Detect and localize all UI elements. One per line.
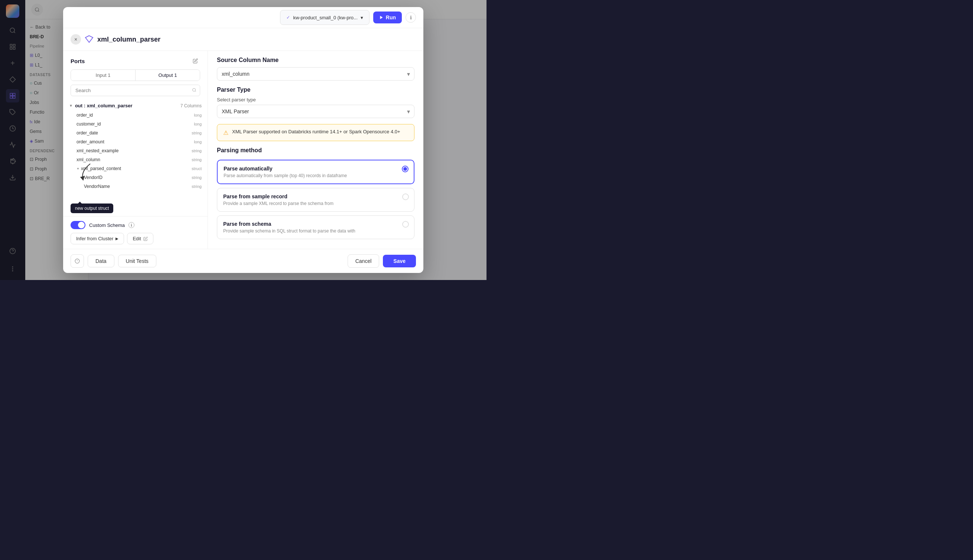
cancel-button[interactable]: Cancel: [348, 254, 380, 268]
warning-icon: ⚠: [223, 129, 228, 136]
run-button[interactable]: Run: [373, 12, 402, 23]
edit-pencil-icon: [143, 237, 148, 241]
modal: ✓ kw-product_small_0 (kw-pro... ▾ Run ℹ …: [63, 7, 423, 273]
close-button[interactable]: ×: [70, 34, 81, 45]
warning-box: ⚠ XML Parser supported on Databricks run…: [217, 124, 415, 141]
port-panel: Ports Input 1 Output 1: [63, 51, 208, 249]
schema-section: Custom Schema ℹ Infer from Cluster ▶ Edi…: [63, 216, 208, 249]
custom-schema-label: Custom Schema: [89, 222, 125, 228]
cluster-selector[interactable]: ✓ kw-product_small_0 (kw-pro... ▾: [280, 10, 369, 25]
config-panel: Source Column Name xml_column ▾ Parser T…: [208, 51, 423, 249]
unit-tests-button[interactable]: Unit Tests: [118, 255, 157, 267]
parse-schema-title: Parse from schema: [223, 221, 408, 227]
parse-auto-radio: [402, 166, 408, 172]
parser-type-wrapper: XML Parser ▾: [217, 105, 415, 118]
source-column-select[interactable]: xml_column: [217, 67, 415, 81]
edit-ports-button[interactable]: [190, 56, 200, 66]
parse-schema-radio: [402, 221, 409, 228]
port-tabs: Input 1 Output 1: [70, 70, 200, 81]
tree-row: order_amount long: [66, 137, 205, 146]
infer-play-icon: ▶: [115, 237, 118, 241]
parse-sample-title: Parse from sample record: [223, 193, 408, 199]
cluster-check-icon: ✓: [287, 15, 290, 20]
parsing-method-title: Parsing method: [217, 147, 415, 154]
infer-from-cluster-button[interactable]: Infer from Cluster ▶: [70, 233, 124, 244]
schema-buttons: Infer from Cluster ▶ Edit: [70, 233, 200, 244]
tab-input[interactable]: Input 1: [71, 70, 135, 81]
info-circle-icon: [75, 258, 80, 264]
tree-group-count: 7 Columns: [180, 103, 202, 108]
toggle-knob: [78, 222, 85, 228]
tree-row: order_date string: [66, 128, 205, 137]
tree-sub-row: VendorName string: [66, 182, 205, 191]
svg-point-20: [193, 88, 196, 92]
ports-label: Ports: [70, 58, 85, 64]
gem-icon: [85, 35, 93, 44]
tree-group-name: out : xml_column_parser: [75, 103, 178, 108]
cluster-name: kw-product_small_0 (kw-pro...: [293, 15, 357, 20]
ports-header: Ports: [63, 51, 208, 70]
schema-toggle-row: Custom Schema ℹ: [70, 221, 200, 229]
run-label: Run: [386, 15, 396, 20]
save-button[interactable]: Save: [383, 255, 416, 267]
search-icon: [192, 88, 197, 93]
parse-auto-desc: Parse automatically from sample (top 40)…: [223, 173, 408, 178]
tree-group-header[interactable]: ▼ out : xml_column_parser 7 Columns: [66, 101, 205, 111]
parse-auto-option[interactable]: Parse automatically Parse automatically …: [217, 160, 415, 184]
port-search-container: [70, 85, 200, 96]
modal-header: × xml_column_parser: [63, 28, 423, 51]
port-search-input[interactable]: [70, 85, 200, 96]
tab-output[interactable]: Output 1: [135, 70, 200, 81]
parse-sample-option[interactable]: Parse from sample record Provide a sampl…: [217, 188, 415, 212]
source-column-wrapper: xml_column ▾: [217, 67, 415, 81]
info-button[interactable]: ℹ: [405, 12, 416, 23]
warning-text: XML Parser supported on Databricks runti…: [232, 129, 400, 135]
parse-schema-desc: Provide sample schema in SQL struct form…: [223, 228, 408, 233]
modal-overlay: ✓ kw-product_small_0 (kw-pro... ▾ Run ℹ …: [0, 0, 486, 280]
tree-row: order_id long: [66, 111, 205, 120]
infer-label: Infer from Cluster: [76, 236, 113, 242]
parse-auto-title: Parse automatically: [223, 166, 408, 172]
tree-row: xml_nested_example string: [66, 146, 205, 155]
parser-type-select[interactable]: XML Parser: [217, 105, 415, 118]
svg-marker-19: [380, 16, 383, 19]
tree-row: customer_id long: [66, 120, 205, 128]
edit-label: Edit: [133, 236, 141, 242]
custom-schema-info-icon[interactable]: ℹ: [128, 222, 135, 228]
parse-schema-option[interactable]: Parse from schema Provide sample schema …: [217, 215, 415, 239]
footer-info-button[interactable]: [70, 254, 84, 268]
parser-type-section-title: Parser Type: [217, 87, 415, 93]
modal-footer: Data Unit Tests Cancel Save: [63, 249, 423, 273]
parse-sample-radio: [402, 193, 409, 200]
tooltip-bubble: new output struct: [70, 203, 113, 213]
port-tree: ▼ out : xml_column_parser 7 Columns orde…: [63, 101, 208, 200]
cluster-chevron-icon: ▾: [361, 15, 363, 20]
select-parser-label: Select parser type: [217, 97, 415, 102]
parse-sample-desc: Provide a sample XML record to parse the…: [223, 201, 408, 206]
edit-schema-button[interactable]: Edit: [127, 233, 153, 244]
source-column-section-title: Source Column Name: [217, 57, 415, 63]
data-button[interactable]: Data: [88, 255, 114, 267]
modal-body: Ports Input 1 Output 1: [63, 51, 423, 249]
modal-topbar: ✓ kw-product_small_0 (kw-pro... ▾ Run ℹ: [63, 7, 423, 28]
modal-title: xml_column_parser: [97, 36, 416, 43]
custom-schema-toggle[interactable]: [70, 221, 85, 229]
